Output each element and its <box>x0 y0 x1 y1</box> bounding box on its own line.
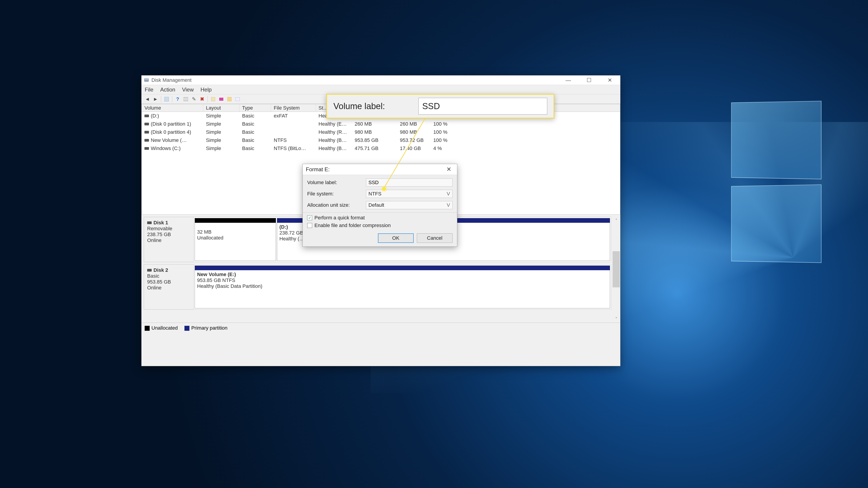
cell-capacity: 260 MB <box>352 121 397 127</box>
scroll-up-icon[interactable]: ˄ <box>613 217 620 224</box>
ok-button[interactable]: OK <box>378 233 414 243</box>
cell-layout: Simple <box>203 137 239 144</box>
table-row[interactable]: (Disk 0 partition 4)SimpleBasicHealthy (… <box>142 128 620 136</box>
minimize-button[interactable]: — <box>558 75 579 85</box>
close-button[interactable]: ✕ <box>599 75 620 85</box>
quick-format-label: Perform a quick format <box>314 215 365 221</box>
scroll-down-icon[interactable]: ˅ <box>613 316 620 322</box>
table-row[interactable]: Windows (C:)SimpleBasicNTFS (BitLo…Healt… <box>142 144 620 153</box>
svg-rect-2 <box>164 97 169 101</box>
svg-rect-7 <box>235 97 240 101</box>
disk-size: 238.75 GB <box>147 232 190 237</box>
volume-name: (D:) <box>151 113 159 119</box>
svg-rect-1 <box>145 78 149 80</box>
callout-dot <box>382 187 386 191</box>
cell-type: Basic <box>239 112 271 119</box>
cell-free: 17.40 GB <box>397 145 431 152</box>
window-controls: — ☐ ✕ <box>558 75 620 85</box>
cell-type: Basic <box>239 129 271 135</box>
col-volume[interactable]: Volume <box>142 104 203 111</box>
col-filesystem[interactable]: File System <box>271 104 316 111</box>
callout-label: Volume label: <box>333 101 385 111</box>
cell-fs: exFAT <box>271 112 316 119</box>
back-button[interactable]: ◄ <box>144 96 151 103</box>
cell-pct: 100 % <box>431 137 458 144</box>
disk-size: 953.85 GB <box>147 279 190 285</box>
volume-label-input[interactable] <box>366 178 453 187</box>
volume-icon <box>145 147 149 150</box>
titlebar[interactable]: Disk Management — ☐ ✕ <box>142 75 620 85</box>
chevron-down-icon: V <box>447 191 450 197</box>
dialog-title: Format E: <box>306 166 330 173</box>
toolbar-icon[interactable] <box>210 96 217 103</box>
dialog-titlebar[interactable]: Format E: ✕ <box>303 164 457 175</box>
wallpaper-pane <box>731 101 822 180</box>
disk-state: Online <box>147 237 190 243</box>
callout-highlight: Volume label: SSD <box>326 94 555 119</box>
filesystem-select[interactable]: NTFSV <box>366 190 453 198</box>
toolbar-icon[interactable] <box>218 96 225 103</box>
cell-status: Healthy (E… <box>316 121 352 127</box>
compression-checkbox[interactable]: Enable file and folder compression <box>307 223 453 228</box>
toolbar-icon[interactable] <box>234 96 241 103</box>
checkbox-unchecked-icon <box>307 223 312 228</box>
svg-rect-4 <box>211 97 215 101</box>
cell-pct: 100 % <box>431 129 458 135</box>
toolbar-icon[interactable] <box>163 96 170 103</box>
callout-input: SSD <box>418 98 547 115</box>
menu-view[interactable]: View <box>182 87 194 93</box>
volume-label-label: Volume label: <box>307 180 366 186</box>
menu-action[interactable]: Action <box>160 87 176 93</box>
quick-format-checkbox[interactable]: ✓ Perform a quick format <box>307 215 453 221</box>
partition-label: (D:) <box>279 224 288 230</box>
maximize-button[interactable]: ☐ <box>579 75 599 85</box>
toolbar-icon[interactable] <box>226 96 233 103</box>
cell-fs <box>271 132 316 133</box>
legend-primary: Primary partition <box>184 325 227 331</box>
col-type[interactable]: Type <box>239 104 271 111</box>
wallpaper-pane <box>731 184 822 263</box>
partition-unallocated[interactable]: 32 MB Unallocated <box>195 218 276 261</box>
menubar: File Action View Help <box>142 85 620 94</box>
volume-icon <box>145 131 149 133</box>
window-title: Disk Management <box>151 77 191 83</box>
toolbar-icon[interactable] <box>182 96 189 103</box>
checkbox-checked-icon: ✓ <box>307 215 312 220</box>
help-icon[interactable]: ? <box>174 96 181 103</box>
cell-layout: Simple <box>203 129 239 135</box>
cell-capacity: 475.71 GB <box>352 145 397 152</box>
menu-help[interactable]: Help <box>200 87 212 93</box>
partition-status: Unallocated <box>197 235 274 241</box>
partition-size: 953.85 GB NTFS <box>197 278 608 283</box>
forward-button[interactable]: ► <box>152 96 159 103</box>
col-layout[interactable]: Layout <box>203 104 239 111</box>
cell-fs: NTFS (BitLo… <box>271 145 316 152</box>
cell-fs: NTFS <box>271 137 316 144</box>
volume-icon <box>145 123 149 125</box>
partition-label: New Volume (E:) <box>197 271 236 277</box>
cancel-button[interactable]: Cancel <box>417 233 453 243</box>
menu-file[interactable]: File <box>145 87 153 93</box>
allocation-select[interactable]: DefaultV <box>366 201 453 209</box>
format-dialog: Format E: ✕ Volume label: File system: N… <box>303 164 457 247</box>
volume-name: Windows (C:) <box>151 145 181 151</box>
volume-icon <box>145 115 149 117</box>
cell-status: Healthy (R… <box>316 129 352 135</box>
table-row[interactable]: (Disk 0 partition 1)SimpleBasicHealthy (… <box>142 120 620 128</box>
cell-capacity: 980 MB <box>352 129 397 135</box>
scrollbar-thumb[interactable] <box>613 251 620 287</box>
svg-rect-3 <box>184 97 188 101</box>
toolbar-delete-icon[interactable]: ✖ <box>198 96 206 103</box>
volume-icon <box>145 139 149 142</box>
toolbar-icon[interactable]: ✎ <box>190 96 197 103</box>
disk-partitions: New Volume (E:) 953.85 GB NTFS Healthy (… <box>194 265 611 309</box>
disk-icon <box>147 221 152 224</box>
cell-type: Basic <box>239 137 271 144</box>
cell-pct: 4 % <box>431 145 458 152</box>
disk-info: Disk 1 Removable 238.75 GB Online <box>144 217 194 262</box>
partition-e[interactable]: New Volume (E:) 953.85 GB NTFS Healthy (… <box>195 265 610 308</box>
dialog-close-button[interactable]: ✕ <box>444 166 454 173</box>
filesystem-label: File system: <box>307 191 366 197</box>
disk-panel-2[interactable]: Disk 2 Basic 953.85 GB Online New Volume… <box>144 264 611 310</box>
table-row[interactable]: New Volume (…SimpleBasicNTFSHealthy (B…9… <box>142 136 620 144</box>
